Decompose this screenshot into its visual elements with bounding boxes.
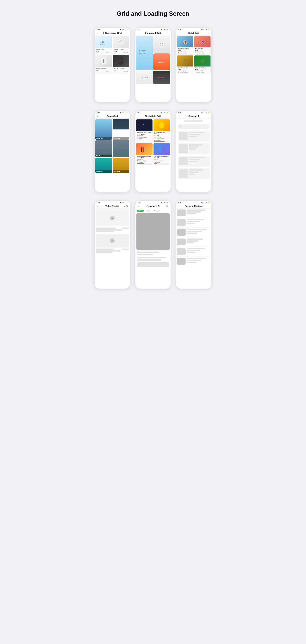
svg-text:MOCKUP: MOCKUP	[142, 77, 148, 78]
flash-item-4[interactable]: Harry Potter Spesial Edition $25 $20 ★★ …	[153, 143, 170, 164]
bg-label-5: Title Image	[95, 170, 112, 173]
bg-item-1[interactable]: Title Image	[95, 119, 112, 140]
ecom-item-4[interactable]: MOCKUP MENTLI Solid Blue ... $ 15 ★ 523 …	[113, 55, 129, 74]
flash-item-2[interactable]: 7 Level Karina Dress Swee... $14 $10 ★★★…	[153, 119, 170, 142]
hotel-item-4[interactable]: 🌿 Polksi Hotel Start $230 ★★★★☆ (3.9) 📍 …	[194, 55, 211, 74]
bg-item-5[interactable]: Title Image	[95, 158, 112, 173]
ecom-info-1: Firrona Skirt! $ 10 4.8 932 Sale	[96, 48, 112, 54]
phone-videorecipe: 3:20 ◉ ▲▲▲ 🔋 ← Video Recipe ≡ ⊞ ▶	[94, 200, 130, 289]
search-icon: 🔍	[180, 126, 182, 128]
back-icon-fr[interactable]: ←	[178, 205, 180, 208]
nav-title-fr: Favorite Recipes	[185, 205, 202, 207]
ecom-img-3	[96, 55, 112, 67]
nav-hotel: ← Hotel Grid	[176, 31, 211, 36]
skeleton-content: 🔍	[176, 118, 211, 182]
sg-item-bottom-left[interactable]: MOCKUP	[136, 70, 153, 84]
nav-title-flash: Flash Sale Grid	[145, 115, 161, 118]
sg-item-bottom-right[interactable]: MOCKUP	[153, 54, 170, 70]
status-bar-basic: 3:16 ◉ ▲▲▲ 🔋	[95, 111, 130, 114]
fav-item-1[interactable]	[177, 210, 210, 218]
phone-concept1: 3:20 ◉ ▲▲▲ 🔋 ← Concept 1 🔍	[176, 110, 212, 192]
svg-rect-22	[159, 146, 162, 151]
fav-img-4	[177, 238, 186, 245]
flash-item-3[interactable]: Samsung Galaxy Note 9 ... $1,000 $950 ★★…	[136, 143, 153, 164]
search-icon-c3[interactable]: 🔍	[166, 205, 168, 208]
flash-img-2	[154, 120, 170, 131]
skeleton-card-2	[178, 143, 210, 154]
back-icon-vr[interactable]: ←	[97, 205, 99, 208]
nav-c3: ← Concept 3 🔍	[135, 204, 171, 209]
ecom-item-2[interactable]: Arpenaz 4 Family ... $ 200 ★ 992 Sale	[113, 36, 129, 54]
back-icon-concept1[interactable]: ←	[178, 115, 180, 118]
nav-title-staggered: Staggered Grid	[145, 32, 161, 34]
fav-img-2	[177, 219, 186, 226]
fav-lines-6	[186, 258, 210, 265]
play-button-2[interactable]: ▶	[110, 238, 115, 243]
nav-title-ecommerce: E-Commerce Grid	[103, 32, 122, 34]
tab-breakfast[interactable]: Breakfast	[153, 210, 161, 212]
nav-title-vr: Video Recipe	[105, 205, 119, 207]
ecom-meta-4: ★ 523 Sale	[114, 71, 128, 72]
ecom-item-1[interactable]: t-shirtmockup Firrona Skirt! $ 10 4.8 93…	[95, 36, 112, 54]
skeleton-lines-2	[189, 144, 208, 153]
skeleton-search[interactable]: 🔍	[178, 124, 210, 129]
ecom-name-3: Mizzu Valipicious ...	[96, 68, 111, 70]
skeleton-title	[184, 120, 204, 122]
fav-item-2[interactable]	[177, 219, 210, 228]
nav-basic: ← Basic Grid	[95, 114, 130, 118]
back-icon-basic[interactable]: ←	[97, 115, 99, 118]
svg-text:MOCKUP: MOCKUP	[158, 77, 164, 78]
status-icons-hotel: ◉ ▲▲▲ 🔋	[201, 29, 209, 30]
ecom-item-3[interactable]: Mizzu Valipicious ... $ 4 ★ 1422 Sale	[95, 55, 112, 74]
status-bar-vr: 3:20 ◉ ▲▲▲ 🔋	[95, 201, 130, 204]
vr-video-2[interactable]: ▶	[96, 234, 129, 248]
bg-item-4[interactable]	[113, 140, 130, 157]
flash-item-1[interactable]: Apple Macbook Pro 13 wit... $2,000 $1,30…	[136, 119, 153, 142]
nav-title-concept1: Concept 1	[188, 115, 199, 118]
hotel-item-2[interactable]: 🏩 Alexis Hotel $150 ★★★★☆ (3.9) 📍 Silico…	[194, 36, 211, 55]
svg-text:t-shirt: t-shirt	[100, 41, 105, 43]
phone-hotel: 3:16 ◉ ▲▲▲ 🔋 ← Hotel Grid 🏨 Grand Hotel …	[176, 28, 212, 102]
bg-img-1	[95, 119, 112, 140]
play-button-1[interactable]: ▶	[110, 216, 115, 220]
time-vr: 3:20	[97, 202, 100, 204]
vr-video-1[interactable]: ▶	[96, 210, 129, 226]
tab-dinner[interactable]: Dinner	[137, 210, 144, 212]
fav-item-5[interactable]	[177, 248, 210, 256]
tab-lunch[interactable]: Lunch	[145, 210, 152, 212]
fav-list	[176, 208, 211, 268]
hotel-info-1: Grand Hotel Start $260 ★★★★☆ (3.9) 📍 Sil…	[177, 47, 193, 54]
back-icon-c3[interactable]: ←	[138, 205, 140, 208]
fav-item-4[interactable]	[177, 238, 210, 247]
back-icon-staggered[interactable]: ←	[138, 32, 140, 34]
menu-icon-vr[interactable]: ≡	[124, 205, 125, 207]
status-bar-hotel: 3:16 ◉ ▲▲▲ 🔋	[176, 28, 211, 31]
sg-tall-item[interactable]: t-shirtmockup	[136, 36, 153, 70]
grid-icon-vr[interactable]: ⊞	[126, 205, 128, 207]
status-bar-flash: 3:17 ◉ ▲▲▲ 🔋	[135, 111, 171, 114]
fav-lines-2	[186, 219, 210, 226]
back-icon-ecommerce[interactable]: ←	[97, 32, 99, 34]
fav-lines-3	[186, 229, 210, 236]
bg-item-2[interactable]: Title Image	[113, 119, 130, 140]
svg-text:MOCKUP: MOCKUP	[158, 61, 164, 63]
back-icon-hotel[interactable]: ←	[178, 32, 180, 34]
phone-staggered: 3:12 ◉ ▲▲▲ 🔋 ← Staggered Grid t-shirtmoc…	[135, 28, 171, 102]
hotel-item-1[interactable]: 🏨 Grand Hotel Start $260 ★★★★☆ (3.9) 📍 S…	[177, 36, 193, 55]
flash-img-4	[154, 143, 170, 155]
hotel-info-3: Traveloka Hotel ... $200 ★★★★★ (4.4) 📍 T…	[177, 66, 193, 74]
back-icon-flash[interactable]: ←	[138, 115, 140, 118]
phone-flash: 3:17 ◉ ▲▲▲ 🔋 ← Flash Sale Grid App	[135, 110, 171, 192]
content-flash: Apple Macbook Pro 13 wit... $2,000 $1,30…	[135, 118, 171, 192]
fav-item-6[interactable]	[177, 258, 210, 266]
phone-row-3: 3:20 ◉ ▲▲▲ 🔋 ← Video Recipe ≡ ⊞ ▶	[94, 200, 212, 289]
svg-rect-18	[143, 124, 144, 125]
sg-item-bottom-far[interactable]: MOCKUP	[153, 70, 170, 84]
fav-item-3[interactable]	[177, 229, 210, 237]
sg-item-top-right[interactable]	[153, 36, 170, 53]
hotel-item-3[interactable]: 🌴 Traveloka Hotel ... $200 ★★★★★ (4.4) 📍…	[177, 55, 193, 74]
bg-item-6[interactable]: Title Image	[113, 158, 130, 173]
flash-bar-4	[154, 164, 169, 164]
concept3-tabs: Dinner Lunch Breakfast	[135, 209, 171, 213]
bg-item-3[interactable]: Title Image	[95, 140, 112, 157]
